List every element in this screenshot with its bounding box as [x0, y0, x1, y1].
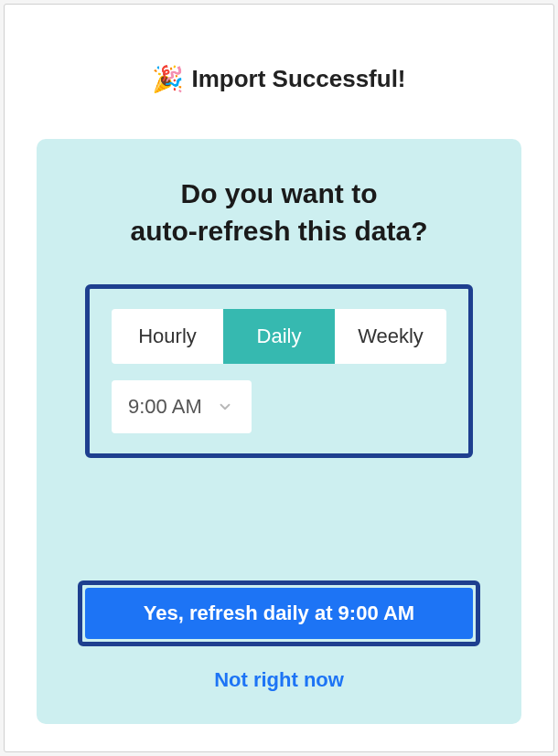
party-popper-icon: 🎉	[152, 67, 184, 92]
frequency-controls-highlight: Hourly Daily Weekly 9:00 AM	[85, 284, 473, 458]
time-select-value: 9:00 AM	[128, 395, 202, 419]
dialog-title-row: 🎉 Import Successful!	[37, 65, 521, 93]
frequency-label-daily: Daily	[257, 325, 302, 348]
frequency-label-weekly: Weekly	[358, 325, 424, 348]
chevron-down-icon	[217, 399, 233, 415]
time-select[interactable]: 9:00 AM	[112, 380, 252, 433]
spacer	[78, 458, 480, 542]
card-heading-line2: auto-refresh this data?	[130, 216, 427, 246]
auto-refresh-card: Do you want to auto-refresh this data? H…	[37, 139, 521, 724]
confirm-refresh-button[interactable]: Yes, refresh daily at 9:00 AM	[85, 588, 473, 639]
frequency-option-hourly[interactable]: Hourly	[112, 309, 223, 364]
frequency-segmented-control: Hourly Daily Weekly	[112, 309, 446, 364]
confirm-button-label: Yes, refresh daily at 9:00 AM	[144, 602, 414, 625]
dialog-title: Import Successful!	[191, 65, 405, 93]
frequency-option-weekly[interactable]: Weekly	[335, 309, 446, 364]
confirm-button-highlight: Yes, refresh daily at 9:00 AM	[78, 580, 480, 646]
dialog-frame: 🎉 Import Successful! Do you want to auto…	[4, 4, 554, 752]
not-now-label: Not right now	[214, 668, 344, 691]
background-ghost-text	[37, 14, 521, 30]
card-heading: Do you want to auto-refresh this data?	[78, 176, 480, 250]
not-now-link[interactable]: Not right now	[78, 668, 480, 692]
confirm-section: Yes, refresh daily at 9:00 AM Not right …	[78, 580, 480, 692]
frequency-label-hourly: Hourly	[138, 325, 197, 348]
frequency-option-daily[interactable]: Daily	[223, 309, 335, 364]
card-heading-line1: Do you want to	[181, 178, 378, 208]
